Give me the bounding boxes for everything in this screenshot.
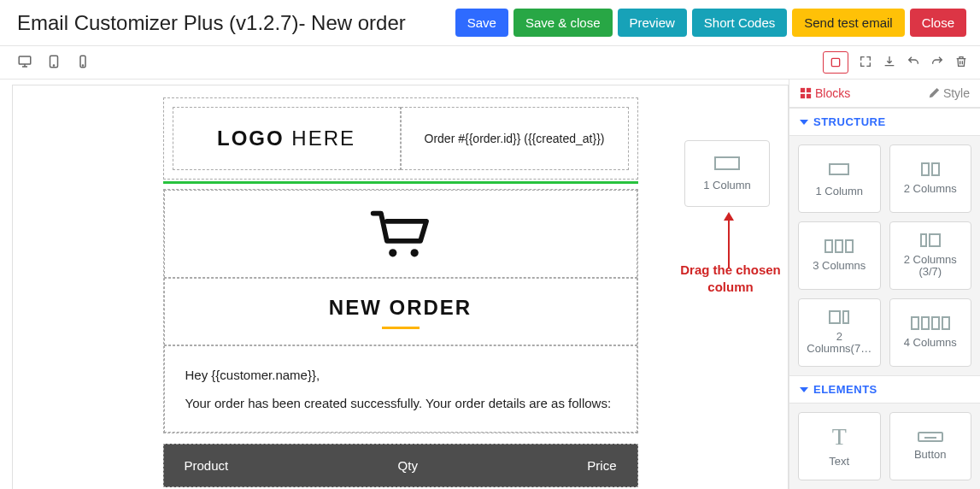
svg-rect-9 xyxy=(807,88,811,92)
two-columns-icon xyxy=(921,162,940,176)
logo-placeholder: LOGO HERE xyxy=(217,127,355,150)
tab-blocks-label: Blocks xyxy=(815,86,850,100)
svg-point-6 xyxy=(389,249,396,256)
caret-down-icon xyxy=(800,387,808,392)
annotation-text: Drag the chosen column xyxy=(672,262,789,295)
two-columns-37-icon xyxy=(920,233,941,247)
svg-rect-10 xyxy=(801,94,805,98)
svg-rect-8 xyxy=(801,88,805,92)
order-meta-text: Order #{{order.id}} ({{created_at}}) xyxy=(425,132,605,145)
four-columns-icon xyxy=(911,316,950,330)
section-elements[interactable]: ELEMENTS xyxy=(789,375,980,404)
tablet-icon[interactable] xyxy=(46,54,62,72)
desktop-icon[interactable] xyxy=(17,54,32,72)
text-element-icon: T xyxy=(832,425,847,449)
block-2-columns[interactable]: 2 Columns xyxy=(889,144,972,213)
three-columns-icon xyxy=(824,239,854,253)
heading-underline xyxy=(382,327,420,329)
block-2-columns-37[interactable]: 2 Columns (3/7) xyxy=(889,221,972,290)
element-button[interactable]: Button xyxy=(889,412,972,480)
sidebar: Blocks Style STRUCTURE 1 Column 2 Column… xyxy=(789,80,980,489)
canvas-tools xyxy=(823,51,968,74)
annotation-arrow xyxy=(724,212,734,268)
outline-toggle-icon[interactable] xyxy=(823,51,848,74)
dragging-block-preview[interactable]: 1 Column xyxy=(684,140,770,207)
svg-point-7 xyxy=(410,249,418,256)
order-meta-cell[interactable]: Order #{{order.id}} ({{created_at}}) xyxy=(401,107,629,170)
section-structure[interactable]: STRUCTURE xyxy=(789,108,980,136)
tab-style[interactable]: Style xyxy=(928,86,970,100)
order-table-header[interactable]: Product Qty Price xyxy=(163,444,638,487)
email-template: LOGO HERE Order #{{order.id}} ({{created… xyxy=(163,97,638,487)
top-actions: Save Save & close Preview Short Codes Se… xyxy=(455,9,966,37)
canvas[interactable]: LOGO HERE Order #{{order.id}} ({{created… xyxy=(12,85,789,489)
block-4-columns[interactable]: 4 Columns xyxy=(889,298,972,367)
close-button[interactable]: Close xyxy=(910,9,966,37)
logo-cell[interactable]: LOGO HERE xyxy=(173,107,401,170)
download-icon[interactable] xyxy=(883,55,896,71)
device-switcher xyxy=(17,54,91,72)
undo-icon[interactable] xyxy=(907,55,920,71)
col-price: Price xyxy=(587,458,616,473)
topbar: Email Customizer Plus (v1.2.7)- New orde… xyxy=(0,0,980,46)
button-element-icon xyxy=(918,432,943,442)
caret-down-icon xyxy=(800,120,808,125)
fullscreen-icon[interactable] xyxy=(859,55,872,71)
template-body-block[interactable]: NEW ORDER Hey {{customer.name}}, Your or… xyxy=(163,189,638,433)
save-close-button[interactable]: Save & close xyxy=(513,9,613,37)
section-structure-label: STRUCTURE xyxy=(813,115,886,128)
col-qty: Qty xyxy=(398,458,418,473)
body-text: Your order has been created successfully… xyxy=(185,392,616,415)
two-columns-73-icon xyxy=(829,310,849,324)
structure-grid: 1 Column 2 Columns 3 Columns 2 Columns (… xyxy=(789,136,980,375)
trash-icon[interactable] xyxy=(954,55,968,71)
svg-rect-11 xyxy=(807,94,811,98)
mobile-icon[interactable] xyxy=(75,54,91,72)
heading-row[interactable]: NEW ORDER xyxy=(164,278,637,345)
page-title: Email Customizer Plus (v1.2.7)- New orde… xyxy=(17,11,406,35)
svg-rect-5 xyxy=(831,58,839,66)
greeting-row[interactable]: Hey {{customer.name}}, Your order has be… xyxy=(164,345,637,433)
short-codes-button[interactable]: Short Codes xyxy=(692,9,787,37)
send-test-email-button[interactable]: Send test email xyxy=(792,9,904,37)
svg-rect-0 xyxy=(19,56,31,64)
dragging-block-label: 1 Column xyxy=(703,179,751,191)
drop-indicator xyxy=(163,181,638,184)
greeting-text: Hey {{customer.name}}, xyxy=(185,363,616,386)
element-text[interactable]: T Text xyxy=(798,412,881,480)
section-elements-label: ELEMENTS xyxy=(813,383,877,396)
block-2-columns-73[interactable]: 2 Columns(7… xyxy=(798,298,881,367)
svg-point-2 xyxy=(53,64,54,65)
sidebar-body: STRUCTURE 1 Column 2 Columns 3 Columns xyxy=(789,108,980,489)
block-3-columns[interactable]: 3 Columns xyxy=(798,221,881,290)
template-header-row[interactable]: LOGO HERE Order #{{order.id}} ({{created… xyxy=(163,97,638,180)
sidebar-tabs: Blocks Style xyxy=(789,80,980,108)
main: LOGO HERE Order #{{order.id}} ({{created… xyxy=(0,80,980,489)
save-button[interactable]: Save xyxy=(455,9,508,37)
cart-icon xyxy=(369,250,432,263)
one-column-icon xyxy=(829,160,849,179)
toolbar xyxy=(0,46,980,80)
tab-blocks[interactable]: Blocks xyxy=(800,86,850,100)
elements-grid: T Text Button xyxy=(789,404,980,489)
email-heading: NEW ORDER xyxy=(165,296,637,320)
cart-icon-row[interactable] xyxy=(164,190,637,278)
col-product: Product xyxy=(185,458,229,473)
tab-style-label: Style xyxy=(943,86,970,100)
svg-point-4 xyxy=(82,64,83,65)
preview-button[interactable]: Preview xyxy=(618,9,687,37)
block-1-column[interactable]: 1 Column xyxy=(798,144,881,213)
redo-icon[interactable] xyxy=(930,55,944,71)
column-glyph-icon xyxy=(714,156,740,170)
